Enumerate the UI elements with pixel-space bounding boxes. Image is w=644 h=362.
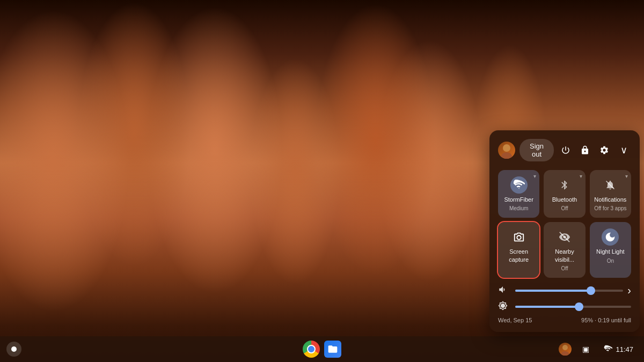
- screen-capture-tile-label: Screen capture: [502, 248, 535, 263]
- window-manager-button[interactable]: ▣: [576, 339, 595, 359]
- record-dot: [11, 346, 17, 352]
- volume-thumb[interactable]: [587, 286, 595, 295]
- brightness-icon: [498, 301, 511, 313]
- chrome-logo: [303, 341, 320, 358]
- bluetooth-icon: [556, 176, 573, 194]
- wifi-tile-label: StormFiber: [504, 196, 533, 203]
- user-avatar[interactable]: [498, 142, 515, 159]
- svg-point-4: [562, 345, 568, 350]
- night-light-icon: [602, 228, 619, 246]
- footer-date: Wed, Sep 15: [498, 317, 532, 323]
- bluetooth-tile[interactable]: ▾ Bluetooth Off: [544, 170, 585, 218]
- night-light-tile-label: Night Light: [596, 248, 625, 255]
- wifi-status-icon: [604, 345, 612, 353]
- nearby-share-tile[interactable]: Nearby visibil... Off: [544, 222, 585, 278]
- taskbar-right: ▣ 11:47: [559, 339, 638, 359]
- record-button[interactable]: [6, 342, 21, 357]
- settings-button[interactable]: [597, 143, 612, 158]
- system-tray[interactable]: 11:47: [599, 343, 638, 356]
- quick-settings-sliders: ›: [498, 284, 631, 313]
- chrome-app-icon[interactable]: [302, 339, 321, 359]
- taskbar-left: [6, 342, 21, 357]
- nearby-share-tile-label: Nearby visibil...: [548, 248, 581, 263]
- lock-button[interactable]: [577, 143, 592, 158]
- quick-settings-header: Sign out ∨: [498, 139, 631, 161]
- volume-fill: [515, 290, 591, 292]
- wifi-tile-sublabel: Medium: [509, 205, 529, 211]
- bluetooth-tile-arrow: ▾: [580, 173, 582, 179]
- night-light-tile[interactable]: Night Light On: [590, 222, 631, 278]
- power-button[interactable]: [558, 143, 573, 158]
- quick-settings-footer: Wed, Sep 15 95% · 0:19 until full: [498, 317, 631, 323]
- brightness-thumb[interactable]: [575, 302, 583, 311]
- volume-icon: [498, 285, 511, 297]
- nearby-share-tile-sublabel: Off: [561, 265, 568, 271]
- taskbar: ▣ 11:47: [0, 336, 644, 362]
- notifications-tile-sublabel: Off for 3 apps: [594, 205, 626, 211]
- nearby-icon: [556, 228, 573, 246]
- sign-out-button[interactable]: Sign out: [519, 139, 554, 161]
- svg-point-5: [561, 351, 569, 356]
- wifi-icon: [510, 176, 528, 194]
- screenshot-icon: [510, 228, 528, 246]
- notifications-tile-label: Notifications: [594, 196, 626, 203]
- svg-point-1: [501, 152, 512, 159]
- svg-point-0: [503, 144, 510, 152]
- wifi-tile[interactable]: ▾ StormFiber Medium: [498, 170, 539, 218]
- wifi-tile-arrow: ▾: [533, 173, 536, 179]
- bluetooth-tile-label: Bluetooth: [552, 196, 577, 203]
- volume-slider-row: ›: [498, 284, 631, 297]
- screen-capture-tile[interactable]: Screen capture: [498, 222, 539, 278]
- volume-expand-button[interactable]: ›: [627, 284, 631, 297]
- brightness-slider-row: [498, 301, 631, 313]
- night-light-tile-sublabel: On: [607, 258, 614, 264]
- bluetooth-tile-sublabel: Off: [561, 205, 568, 211]
- notifications-tile-arrow: ▾: [625, 173, 628, 179]
- notifications-tile[interactable]: ▾ Notifications Off for 3 apps: [590, 170, 631, 218]
- notifications-icon: [602, 176, 619, 194]
- footer-battery: 95% · 0:19 until full: [581, 317, 631, 323]
- files-logo: [324, 341, 341, 358]
- volume-track[interactable]: [515, 290, 623, 292]
- clock-display: 11:47: [616, 345, 633, 353]
- taskbar-avatar[interactable]: [559, 343, 572, 356]
- files-app-icon[interactable]: [323, 339, 342, 359]
- taskbar-center: [302, 339, 342, 359]
- quick-settings-panel: Sign out ∨ ▾ StormFib: [489, 130, 640, 332]
- collapse-button[interactable]: ∨: [616, 143, 631, 158]
- quick-settings-tiles: ▾ StormFiber Medium ▾ Bluetooth Off ▾: [498, 170, 631, 278]
- brightness-track[interactable]: [515, 306, 631, 308]
- brightness-fill: [515, 306, 579, 308]
